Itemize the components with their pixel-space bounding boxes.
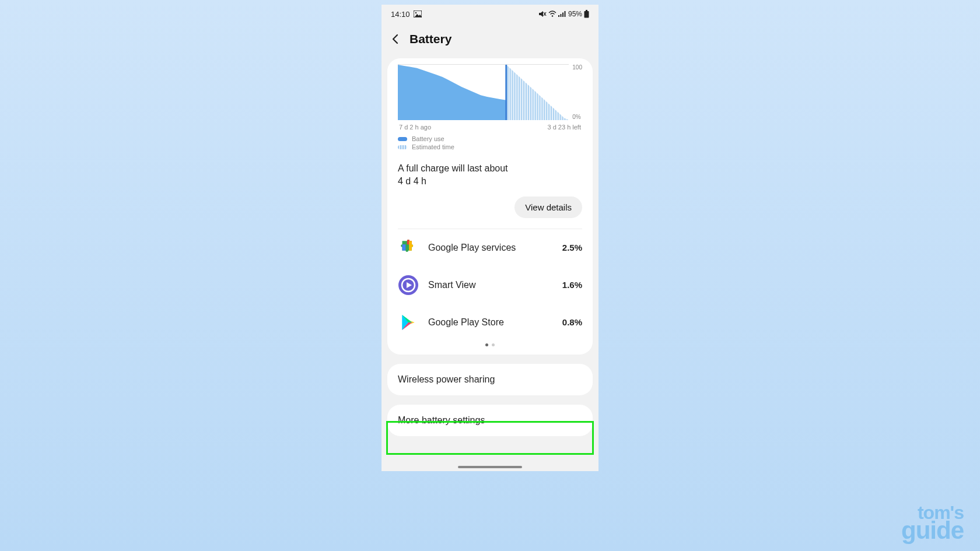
signal-icon <box>558 10 566 17</box>
legend-label-est: Estimated time <box>412 143 454 150</box>
app-row[interactable]: Google Play Store0.8% <box>387 304 593 341</box>
app-name: Google Play services <box>428 243 553 253</box>
y-label-bottom: 0% <box>572 114 582 120</box>
svg-rect-9 <box>586 10 587 11</box>
estimate-text: A full charge will last about 4 d 4 h <box>387 152 593 188</box>
app-row[interactable]: Smart View1.6% <box>387 266 593 304</box>
page-header: Battery <box>382 23 598 55</box>
svg-rect-5 <box>558 15 559 17</box>
wireless-power-sharing-item[interactable]: Wireless power sharing <box>387 364 593 395</box>
legend-swatch-hatch <box>398 145 407 149</box>
logo-line2: guide <box>901 521 964 541</box>
app-pct: 0.8% <box>562 317 582 327</box>
puzzle-icon <box>398 237 419 258</box>
svg-rect-8 <box>564 11 565 17</box>
app-name: Google Play Store <box>428 317 553 328</box>
playstore-icon <box>398 312 419 333</box>
battery-chart: 100 0% 7 d 2 h ago 3 d 23 h left <box>387 58 593 131</box>
svg-point-4 <box>552 15 554 17</box>
app-row[interactable]: Google Play services2.5% <box>387 229 593 266</box>
battery-card: 100 0% 7 d 2 h ago 3 d 23 h left Battery… <box>387 58 593 355</box>
svg-point-1 <box>415 12 416 13</box>
app-pct: 2.5% <box>562 243 582 252</box>
app-name: Smart View <box>428 280 553 290</box>
svg-rect-6 <box>560 14 561 17</box>
battery-pct: 95% <box>568 10 582 18</box>
chart-legend: Battery use Estimated time <box>387 131 593 150</box>
mute-icon <box>538 10 547 17</box>
wireless-power-sharing-label: Wireless power sharing <box>398 374 495 384</box>
estimate-line1: A full charge will last about <box>398 162 582 175</box>
app-pct: 1.6% <box>562 280 582 290</box>
page-indicator <box>387 341 593 348</box>
more-battery-settings-label: More battery settings <box>398 415 485 425</box>
back-icon[interactable] <box>390 33 401 45</box>
legend-swatch-solid <box>398 137 407 141</box>
y-label-top: 100 <box>572 64 582 71</box>
view-details-button[interactable]: View details <box>514 196 582 218</box>
page-title: Battery <box>410 32 452 46</box>
dot-inactive <box>492 343 495 346</box>
picture-icon <box>414 10 422 17</box>
more-battery-settings-item[interactable]: More battery settings <box>387 405 593 436</box>
svg-rect-7 <box>562 13 564 17</box>
x-label-left: 7 d 2 h ago <box>399 124 431 131</box>
toms-guide-logo: tom's guide <box>901 505 964 541</box>
x-label-right: 3 d 23 h left <box>548 124 582 131</box>
battery-icon <box>584 10 589 18</box>
phone-frame: 14:10 95% Battery <box>382 5 598 471</box>
nav-handle[interactable] <box>458 466 522 468</box>
legend-label-use: Battery use <box>412 135 444 142</box>
status-bar: 14:10 95% <box>382 5 598 23</box>
estimate-line2: 4 d 4 h <box>398 175 582 188</box>
dot-active <box>485 343 488 346</box>
smartview-icon <box>398 275 419 296</box>
wifi-icon <box>548 10 556 17</box>
status-time: 14:10 <box>391 10 410 19</box>
svg-rect-10 <box>584 11 589 18</box>
